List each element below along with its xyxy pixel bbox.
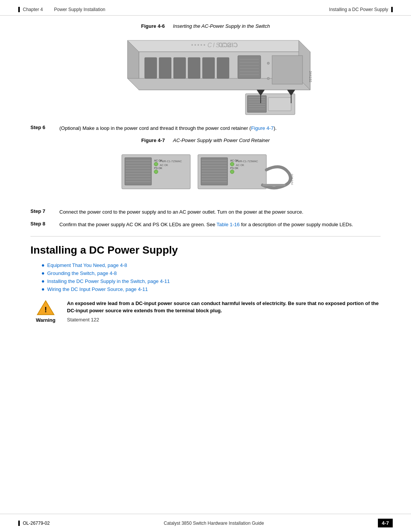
section-divider xyxy=(30,236,381,236)
psu-diagram: AC OK PS OK AC OK xyxy=(118,147,293,200)
figure6-container: CISCO CISCO xyxy=(30,33,381,118)
step7-row: Step 7 Connect the power cord to the pow… xyxy=(30,208,381,216)
svg-rect-13 xyxy=(159,58,171,78)
svg-text:CISCO: CISCO xyxy=(207,42,233,48)
footer-right: 4-7 xyxy=(378,519,393,527)
step6-text: (Optional) Make a loop in the power cord… xyxy=(59,125,277,132)
footer-left: OL-26779-02 xyxy=(18,521,50,526)
step8-label: Step 8 xyxy=(30,221,53,227)
bullet-link-3[interactable]: Installing the DC Power Supply in the Sw… xyxy=(47,278,170,284)
list-item: Installing the DC Power Supply in the Sw… xyxy=(42,278,381,284)
header-right: Installing a DC Power Supply xyxy=(329,7,393,12)
bullet-dot xyxy=(42,280,44,283)
chapter-topic: Power Supply Installation xyxy=(54,7,105,12)
page-footer: OL-26779-02 Catalyst 3850 Switch Hardwar… xyxy=(0,514,411,532)
footer-page-num: 4-7 xyxy=(378,519,393,527)
bullet-link-2[interactable]: Grounding the Switch, page 4-8 xyxy=(47,270,117,276)
step8-row: Step 8 Confirm that the power supply AC … xyxy=(30,221,381,228)
svg-point-10 xyxy=(201,44,202,46)
svg-point-53 xyxy=(154,162,158,166)
svg-rect-58 xyxy=(201,158,228,185)
bullet-dot xyxy=(42,288,44,291)
step6-row: Step 6 (Optional) Make a loop in the pow… xyxy=(30,125,381,132)
svg-rect-27 xyxy=(272,56,303,84)
footer-center: Catalyst 3850 Switch Hardware Installati… xyxy=(164,521,264,526)
figure6-caption: Figure 4-6 Inserting the AC-Power Supply… xyxy=(30,23,381,29)
bullet-dot xyxy=(42,264,44,267)
switch-diagram: CISCO CISCO xyxy=(97,33,314,117)
svg-rect-12 xyxy=(145,58,157,78)
list-item: Wiring the DC Input Power Source, page 4… xyxy=(42,286,381,292)
footer-doc-num: OL-26779-02 xyxy=(23,521,50,526)
figure7-container: AC OK PS OK AC OK xyxy=(30,147,381,201)
svg-text:344192: 344192 xyxy=(309,71,312,82)
figure6-title: Inserting the AC-Power Supply in the Swi… xyxy=(173,23,270,29)
svg-rect-29 xyxy=(247,96,266,112)
warning-box: ! Warning An exposed wire lead from a DC… xyxy=(30,300,381,324)
header-left-bar xyxy=(18,7,20,12)
svg-text:PS OK: PS OK xyxy=(230,167,239,169)
svg-rect-16 xyxy=(202,58,215,78)
list-item: Grounding the Switch, page 4-8 xyxy=(42,270,381,276)
header-separator xyxy=(46,7,51,12)
step7-label: Step 7 xyxy=(30,208,53,214)
svg-point-8 xyxy=(194,44,196,46)
svg-text:AC OK: AC OK xyxy=(160,164,168,166)
figure47-link[interactable]: Figure 4-7 xyxy=(251,125,274,131)
svg-point-68 xyxy=(230,162,234,166)
warning-triangle: ! xyxy=(37,300,55,316)
svg-rect-15 xyxy=(188,58,200,78)
svg-text:PS OK: PS OK xyxy=(154,167,162,169)
svg-rect-14 xyxy=(174,58,186,78)
svg-text:PWR-C1-715WAC: PWR-C1-715WAC xyxy=(236,160,258,163)
warning-content: An exposed wire lead from a DC-input pow… xyxy=(67,300,381,324)
svg-text:AC OK: AC OK xyxy=(236,164,244,166)
header-right-bar xyxy=(391,7,393,12)
header-left: Chapter 4 Power Supply Installation xyxy=(18,7,105,12)
footer-left-bar xyxy=(18,521,20,526)
bullet-link-1[interactable]: Equipment That You Need, page 4-8 xyxy=(47,262,127,268)
step7-text: Connect the power cord to the power supp… xyxy=(59,208,303,216)
figure7-caption: Figure 4-7 AC-Power Supply with Power Co… xyxy=(30,137,381,143)
svg-rect-17 xyxy=(217,58,229,78)
header-right-label: Installing a DC Power Supply xyxy=(329,7,388,12)
bullet-dot xyxy=(42,272,44,275)
chapter-label: Chapter 4 xyxy=(23,7,43,12)
bullet-list: Equipment That You Need, page 4-8 Ground… xyxy=(42,262,381,292)
step6-label: Step 6 xyxy=(30,125,53,130)
svg-rect-18 xyxy=(238,56,261,78)
svg-point-26 xyxy=(267,77,269,80)
figure7-image: AC OK PS OK AC OK xyxy=(118,147,293,201)
svg-point-9 xyxy=(198,44,199,46)
footer-guide-title: Catalyst 3850 Switch Hardware Installati… xyxy=(164,521,264,526)
figure6-num: Figure 4-6 xyxy=(141,23,165,29)
list-item: Equipment That You Need, page 4-8 xyxy=(42,262,381,268)
bullet-link-4[interactable]: Wiring the DC Input Power Source, page 4… xyxy=(47,286,148,292)
svg-point-69 xyxy=(230,170,234,174)
svg-text:!: ! xyxy=(45,305,47,313)
warning-statement: Statement 122 xyxy=(67,316,381,324)
figure7-num: Figure 4-7 xyxy=(141,137,165,143)
svg-rect-36 xyxy=(268,97,291,111)
warning-icon-area: ! Warning xyxy=(30,300,61,323)
page-header: Chapter 4 Power Supply Installation Inst… xyxy=(0,0,411,16)
svg-point-11 xyxy=(204,44,205,46)
step8-text: Confirm that the power supply AC OK and … xyxy=(59,221,353,228)
svg-text:PWR-C1-715WAC: PWR-C1-715WAC xyxy=(160,160,182,163)
section-title: Installing a DC Power Supply xyxy=(30,244,381,256)
warning-label: Warning xyxy=(36,317,56,323)
svg-point-54 xyxy=(154,170,158,174)
main-content: Figure 4-6 Inserting the AC-Power Supply… xyxy=(0,16,411,331)
table116-link[interactable]: Table 1-16 xyxy=(217,222,240,227)
svg-point-7 xyxy=(191,44,193,46)
figure7-title: AC-Power Supply with Power Cord Retainer xyxy=(173,137,270,143)
svg-text:334332: 334332 xyxy=(291,174,293,185)
svg-point-25 xyxy=(267,62,269,64)
figure6-image: CISCO CISCO xyxy=(97,33,314,118)
svg-rect-43 xyxy=(125,158,151,185)
warning-bold-text: An exposed wire lead from a DC-input pow… xyxy=(67,300,379,314)
